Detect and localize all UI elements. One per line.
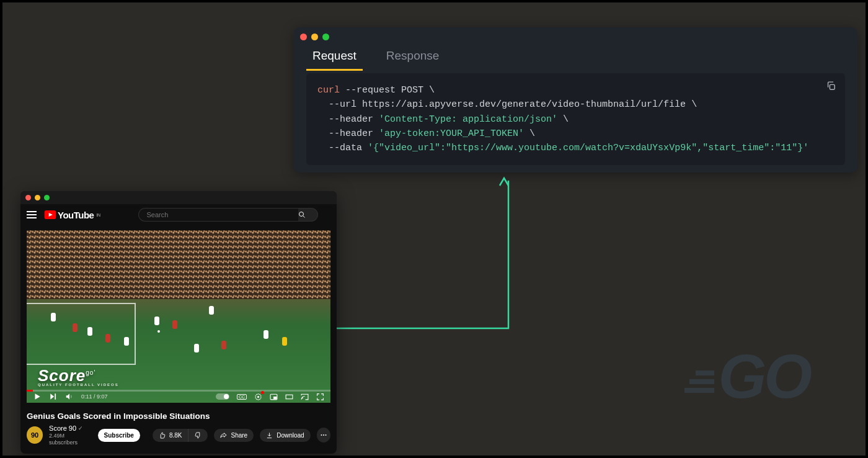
terminal-tabs: Request Response [294,44,857,71]
code-data-json: '{"video_url":"https://www.youtube.com/w… [368,143,808,153]
search-icon [298,211,306,218]
code-curl: curl [317,85,340,96]
svg-point-7 [321,434,322,436]
api-terminal-window: Request Response curl --request POST \ -… [294,27,857,173]
tab-request[interactable]: Request [306,44,363,71]
channel-name[interactable]: Score 90✓ [49,424,91,433]
svg-point-2 [299,212,304,217]
code-flag-header: --header [329,128,373,139]
code-url: --url https://api.apyverse.dev/generate/… [329,99,686,110]
dislike-button[interactable] [188,429,208,442]
volume-icon[interactable] [65,392,74,401]
hamburger-menu-icon[interactable] [27,214,37,215]
svg-point-3 [257,395,259,397]
go-watermark: GO [684,341,810,412]
autoplay-toggle[interactable] [216,393,229,400]
next-icon[interactable] [49,392,58,401]
copy-button[interactable] [826,81,836,91]
maximize-icon[interactable] [44,195,50,200]
window-traffic-lights [20,191,337,204]
tab-response[interactable]: Response [380,44,446,71]
code-flag-data: --data [329,143,362,153]
video-title: Genius Goals Scored in Impossible Situat… [20,405,337,424]
fullscreen-icon[interactable] [316,393,324,401]
channel-avatar[interactable]: 90 [27,426,43,444]
more-actions-button[interactable] [317,428,330,442]
close-icon[interactable] [300,34,307,40]
connector-arrow [337,176,510,331]
search-input[interactable] [138,208,298,222]
subscribe-button[interactable]: Subscribe [98,429,140,442]
search-button[interactable] [298,208,318,222]
youtube-header: YouTubeIN [20,204,337,227]
share-button[interactable]: Share [214,429,254,442]
subscriber-count: 2.49M subscribers [49,433,91,446]
captions-button[interactable]: CC [237,394,247,400]
cast-icon[interactable] [301,393,309,401]
video-timecode: 0:11 / 9:07 [81,393,108,400]
like-dislike-group: 8.8K [153,429,208,442]
search-bar [138,208,318,222]
verified-icon: ✓ [78,425,83,432]
more-icon [320,431,327,439]
like-count: 8.8K [169,432,182,439]
download-icon [266,432,273,439]
video-controls: 0:11 / 9:07 CC [27,390,330,403]
svg-rect-6 [286,395,293,399]
code-flag-request: --request POST [345,85,423,96]
settings-icon[interactable] [254,393,262,401]
close-icon[interactable] [25,195,31,200]
video-meta-row: 90 Score 90✓ 2.49M subscribers Subscribe… [20,424,337,454]
code-flag-header: --header [329,114,373,125]
share-icon [220,432,227,439]
svg-point-9 [325,434,326,436]
svg-rect-5 [274,397,277,398]
youtube-logo[interactable]: YouTubeIN [44,210,100,220]
video-player[interactable]: Scorego' QUALITY FOOTBALL VIDEOS 0:11 / … [27,230,330,403]
video-watermark: Scorego' QUALITY FOOTBALL VIDEOS [38,366,119,387]
youtube-preview-window: YouTubeIN Scorego' [20,191,337,454]
code-block: curl --request POST \ --url https://api.… [306,73,845,165]
window-traffic-lights [294,27,857,44]
download-button[interactable]: Download [260,429,310,442]
code-header-token: 'apy-token:YOUR_API_TOKEN' [379,128,524,139]
svg-point-8 [323,434,324,436]
svg-rect-0 [830,84,835,89]
code-header-content-type: 'Content-Type: application/json' [379,114,557,125]
thumbs-down-icon [195,432,202,439]
like-button[interactable]: 8.8K [153,429,188,442]
miniplayer-icon[interactable] [270,393,278,401]
minimize-icon[interactable] [35,195,40,200]
maximize-icon[interactable] [322,34,329,40]
thumbs-up-icon [159,432,166,439]
theater-icon[interactable] [285,393,293,401]
minimize-icon[interactable] [311,34,318,40]
play-icon[interactable] [33,392,42,401]
